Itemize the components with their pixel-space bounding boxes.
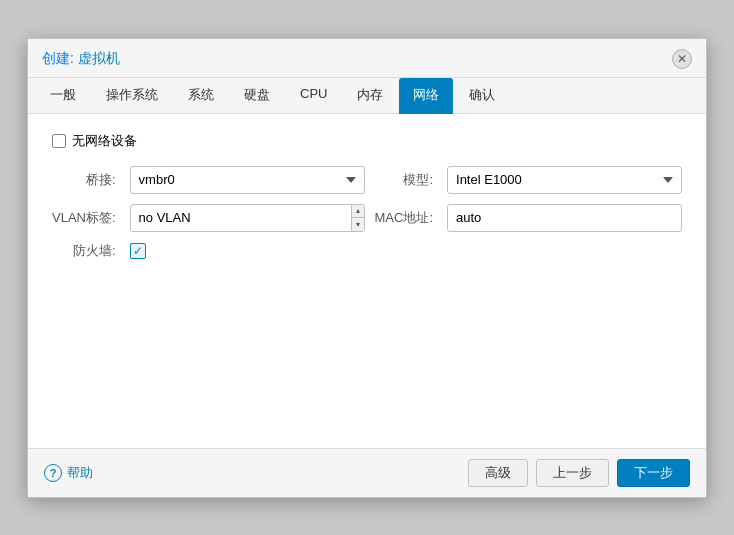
vlan-select[interactable]: no VLAN xyxy=(131,205,351,231)
content-area: 无网络设备 桥接: vmbr0 模型: Intel E1000 VLAN标签: … xyxy=(28,114,706,448)
footer: ? 帮助 高级 上一步 下一步 xyxy=(28,448,706,497)
no-network-label: 无网络设备 xyxy=(72,132,137,150)
mac-label: MAC地址: xyxy=(375,209,438,227)
help-label: 帮助 xyxy=(67,464,93,482)
bridge-label: 桥接: xyxy=(52,171,120,189)
title-prefix: 创建: xyxy=(42,50,78,66)
bridge-select-wrap: vmbr0 xyxy=(130,166,365,194)
tab-bar: 一般 操作系统 系统 硬盘 CPU 内存 网络 确认 xyxy=(28,78,706,114)
title-bar: 创建: 虚拟机 ✕ xyxy=(28,39,706,78)
no-network-checkbox[interactable] xyxy=(52,134,66,148)
create-vm-dialog: 创建: 虚拟机 ✕ 一般 操作系统 系统 硬盘 CPU 内存 网络 确认 无网络… xyxy=(27,38,707,498)
firewall-checkbox[interactable]: ✓ xyxy=(130,243,146,259)
no-network-row: 无网络设备 xyxy=(52,132,682,150)
model-label: 模型: xyxy=(375,171,438,189)
next-button[interactable]: 下一步 xyxy=(617,459,690,487)
dialog-title: 创建: 虚拟机 xyxy=(42,50,120,68)
vlan-down-btn[interactable]: ▾ xyxy=(352,218,364,231)
tab-network[interactable]: 网络 xyxy=(399,78,453,114)
title-highlight: 虚拟机 xyxy=(78,50,120,66)
check-icon: ✓ xyxy=(133,244,143,258)
tab-system[interactable]: 系统 xyxy=(174,78,228,114)
firewall-label: 防火墙: xyxy=(52,242,120,260)
help-icon: ? xyxy=(44,464,62,482)
model-select-wrap: Intel E1000 xyxy=(447,166,682,194)
tab-os[interactable]: 操作系统 xyxy=(92,78,172,114)
tab-cpu[interactable]: CPU xyxy=(286,78,341,114)
help-button[interactable]: ? 帮助 xyxy=(44,464,93,482)
advanced-button[interactable]: 高级 xyxy=(468,459,528,487)
close-icon: ✕ xyxy=(677,52,687,66)
prev-button[interactable]: 上一步 xyxy=(536,459,609,487)
model-select[interactable]: Intel E1000 xyxy=(447,166,682,194)
vlan-up-btn[interactable]: ▴ xyxy=(352,205,364,219)
vlan-spinners: ▴ ▾ xyxy=(351,205,364,231)
tab-memory[interactable]: 内存 xyxy=(343,78,397,114)
tab-confirm[interactable]: 确认 xyxy=(455,78,509,114)
vlan-spinner-wrap: no VLAN ▴ ▾ xyxy=(130,204,365,232)
tab-disk[interactable]: 硬盘 xyxy=(230,78,284,114)
vlan-label: VLAN标签: xyxy=(52,209,120,227)
firewall-checkbox-wrap: ✓ xyxy=(130,243,365,259)
close-button[interactable]: ✕ xyxy=(672,49,692,69)
footer-actions: 高级 上一步 下一步 xyxy=(468,459,690,487)
bridge-select[interactable]: vmbr0 xyxy=(130,166,365,194)
mac-input[interactable]: auto xyxy=(447,204,682,232)
tab-general[interactable]: 一般 xyxy=(36,78,90,114)
form-section: 桥接: vmbr0 模型: Intel E1000 VLAN标签: no VLA… xyxy=(52,166,682,260)
